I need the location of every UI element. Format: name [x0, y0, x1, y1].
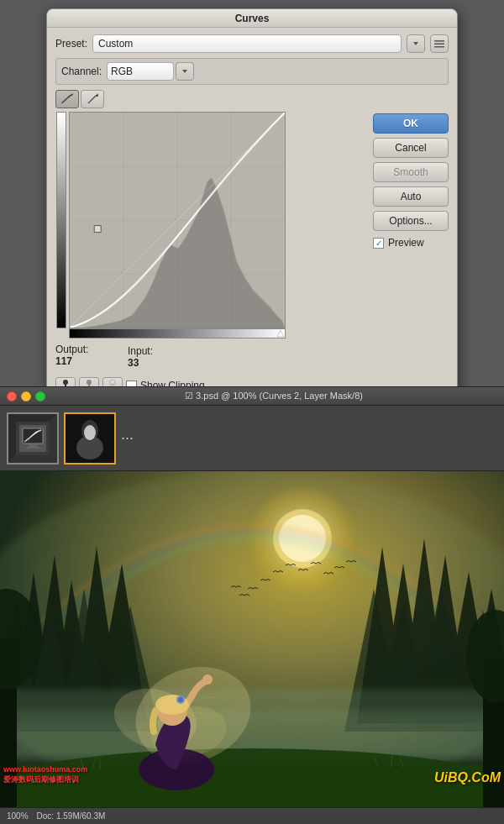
watermark-right: UiBQ.CoM [434, 770, 501, 785]
preset-label: Preset: [55, 38, 87, 50]
layer-mask-thumb[interactable] [64, 412, 116, 464]
svg-marker-4 [182, 70, 187, 73]
ps-titlebar: ☑ 3.psd @ 100% (Curves 2, Layer Mask/8) [0, 387, 504, 406]
svg-rect-1 [434, 40, 444, 42]
image-area[interactable]: www.luotaoshuma.com 爱涛数码后期修图培训 UiBQ.CoM [0, 471, 504, 807]
pencil-tool-btn[interactable] [81, 90, 104, 108]
minimize-button[interactable] [21, 391, 31, 402]
dialog-titlebar: Curves [47, 9, 457, 28]
status-bar: 100% Doc: 1.59M/60.3M [0, 807, 504, 824]
preset-dropdown-btn[interactable] [407, 34, 425, 53]
input-value: 33 [128, 357, 366, 369]
ps-window-title: ☑ 3.psd @ 100% (Curves 2, Layer Mask/8) [50, 391, 497, 402]
curves-layer-icon [8, 414, 57, 463]
channel-dropdown-btn[interactable] [176, 62, 194, 81]
svg-marker-8 [277, 330, 284, 337]
maximize-button[interactable] [35, 391, 45, 402]
watermark-left: www.luotaoshuma.com 爱涛数码后期修图培训 [3, 764, 87, 785]
preview-label: Preview [388, 237, 424, 249]
ps-window: ☑ 3.psd @ 100% (Curves 2, Layer Mask/8) [0, 386, 504, 824]
channel-row: Channel: RGB [55, 58, 449, 85]
options-button[interactable]: Options... [373, 211, 449, 231]
svg-point-74 [178, 697, 183, 702]
watermark-left-line1: www.luotaoshuma.com [3, 764, 87, 775]
curves-dialog: Curves Preset: Custom Channel: RGB [46, 8, 458, 426]
svg-marker-7 [95, 93, 98, 97]
svg-rect-3 [434, 46, 444, 48]
close-button[interactable] [7, 391, 17, 402]
preset-row: Preset: Custom [55, 34, 449, 53]
right-buttons: OK Cancel Smooth Auto Options... ✓ Previ… [373, 90, 449, 249]
main-area: Output: 117 Input: 33 [55, 90, 449, 417]
watermark-left-line2: 爱涛数码后期修图培训 [3, 774, 87, 785]
dialog-body: Preset: Custom Channel: RGB [47, 28, 457, 425]
auto-button[interactable]: Auto [373, 186, 449, 207]
zoom-level: 100% [7, 811, 29, 821]
curve-tool-btn[interactable] [55, 90, 79, 108]
input-gradient-bar [69, 328, 286, 339]
svg-rect-2 [434, 44, 444, 45]
svg-rect-23 [26, 447, 39, 449]
channel-select[interactable]: RGB [107, 62, 174, 81]
curve-graph-container[interactable] [69, 112, 286, 339]
svg-point-28 [84, 425, 96, 440]
svg-rect-22 [29, 444, 37, 447]
tool-row [55, 90, 366, 108]
svg-marker-0 [413, 42, 418, 45]
preview-checkbox[interactable]: ✓ [373, 238, 384, 249]
smooth-button[interactable]: Smooth [373, 162, 449, 182]
dialog-title: Curves [235, 13, 270, 24]
traffic-lights [7, 391, 45, 402]
ok-button[interactable]: OK [373, 113, 449, 134]
channel-label: Channel: [61, 66, 102, 77]
doc-size: Doc: 1.59M/60.3M [37, 811, 106, 821]
svg-point-70 [202, 674, 213, 685]
cancel-button[interactable]: Cancel [373, 138, 449, 158]
input-label: Input: [128, 345, 366, 357]
layers-strip: ··· [0, 406, 504, 471]
left-panel: Output: 117 Input: 33 [55, 90, 366, 417]
curves-layer-thumb[interactable] [7, 412, 59, 464]
curve-graph-wrapper [55, 112, 366, 339]
preset-menu-btn[interactable] [430, 34, 449, 53]
preset-select[interactable]: Custom [92, 34, 402, 53]
output-label: Output: [55, 344, 88, 355]
output-value: 117 [55, 355, 88, 367]
preview-row: ✓ Preview [373, 237, 449, 249]
input-section: Input: 33 [128, 345, 366, 369]
more-layers-btn[interactable]: ··· [121, 429, 134, 447]
